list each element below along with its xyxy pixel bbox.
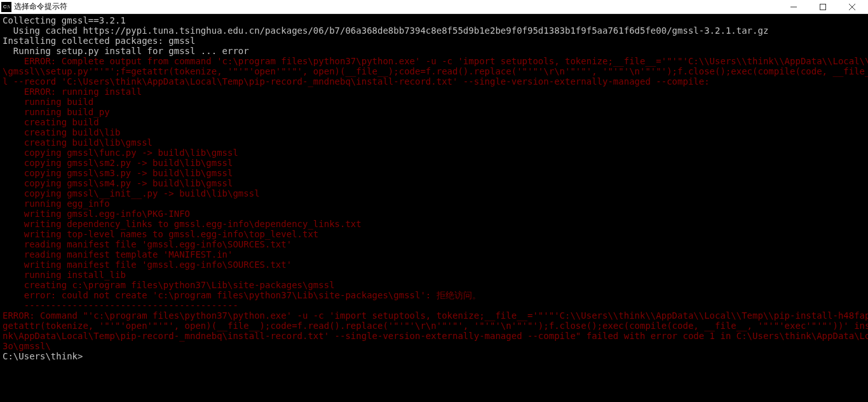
terminal-line-error: copying gmssl\sm4.py -> build\lib\gmssl — [3, 178, 865, 188]
maximize-button[interactable] — [808, 0, 837, 14]
terminal-line-error: creating build — [3, 117, 865, 127]
terminal-line-error: creating build\lib — [3, 127, 865, 137]
terminal-line-error: running build — [3, 97, 865, 107]
terminal-line-error: writing gmssl.egg-info\PKG-INFO — [3, 209, 865, 219]
minimize-button[interactable] — [779, 0, 808, 14]
close-button[interactable] — [837, 0, 867, 14]
terminal-line-error: creating build\lib\gmssl — [3, 137, 865, 148]
terminal-line-error: running install_lib — [3, 270, 865, 280]
terminal-line-error: ERROR: Command "'c:\program files\python… — [3, 310, 865, 321]
terminal-line-error: writing top-level names to gmssl.egg-inf… — [3, 229, 865, 239]
terminal-line-error: writing manifest file 'gmssl.egg-info\SO… — [3, 260, 865, 270]
window-controls — [779, 0, 867, 14]
cmd-icon: C:\ — [1, 2, 11, 12]
terminal-line-error: \gmssl\\setup.py'"'"';f=getattr(tokenize… — [3, 66, 865, 76]
terminal-line-output: C:\Users\think> — [3, 351, 865, 361]
terminal-line-error: getattr(tokenize, '"'"'open'"'"', open)(… — [3, 321, 865, 331]
terminal-line-error: reading manifest file 'gmssl.egg-info\SO… — [3, 239, 865, 249]
terminal-line-error: running egg_info — [3, 198, 865, 209]
terminal-line-error: ---------------------------------------- — [3, 300, 865, 310]
window-title: 选择命令提示符 — [14, 1, 779, 12]
terminal-line-output: Using cached https://pypi.tuna.tsinghua.… — [3, 25, 865, 36]
terminal-line-error: copying gmssl\sm2.py -> build\lib\gmssl — [3, 158, 865, 168]
terminal-line-error: creating c:\program files\python37\Lib\s… — [3, 280, 865, 290]
window-titlebar: C:\ 选择命令提示符 — [0, 0, 868, 14]
svg-rect-1 — [820, 4, 826, 10]
terminal-line-error: l --record 'C:\Users\think\AppData\Local… — [3, 76, 865, 87]
terminal-line-error: reading manifest template 'MANIFEST.in' — [3, 249, 865, 260]
terminal-line-output: Collecting gmssl==3.2.1 — [3, 15, 865, 25]
terminal-line-error: error: could not create 'c:\program file… — [3, 290, 865, 300]
terminal-line-output: Installing collected packages: gmssl — [3, 36, 865, 46]
terminal-line-output: Running setup.py install for gmssl ... e… — [3, 46, 865, 56]
terminal-line-error: copying gmssl\__init__.py -> build\lib\g… — [3, 188, 865, 198]
terminal-line-error: ERROR: Complete output from command 'c:\… — [3, 56, 865, 66]
terminal-line-error: 3o\gmssl\ — [3, 341, 865, 351]
terminal-line-error: copying gmssl\func.py -> build\lib\gmssl — [3, 148, 865, 158]
terminal-line-error: running build_py — [3, 107, 865, 117]
terminal-line-error: nk\AppData\Local\Temp\pip-record-_mndneb… — [3, 331, 865, 341]
terminal-line-error: writing dependency_links to gmssl.egg-in… — [3, 219, 865, 229]
terminal-line-error: ERROR: running install — [3, 87, 865, 97]
terminal-line-error: copying gmssl\sm3.py -> build\lib\gmssl — [3, 168, 865, 178]
terminal-area[interactable]: Collecting gmssl==3.2.1 Using cached htt… — [0, 14, 868, 402]
